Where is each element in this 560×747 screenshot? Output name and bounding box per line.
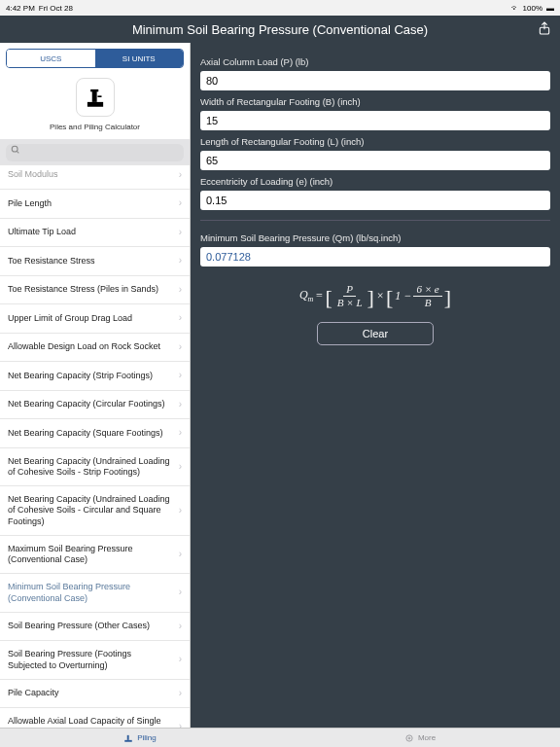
list-item[interactable]: Pile Length› [0,190,190,219]
input-b[interactable] [200,111,550,130]
svg-point-5 [12,146,18,152]
list-item-label: Net Bearing Capacity (Strip Footings) [8,371,153,381]
search-input[interactable] [6,144,184,161]
chevron-right-icon: › [179,621,182,633]
chevron-right-icon: › [179,284,182,297]
chevron-right-icon: › [179,427,182,440]
search-icon [11,145,20,157]
list-item[interactable]: Soil Bearing Pressure (Footings Subjecte… [0,641,190,680]
list-item-label: Pile Capacity [8,688,59,698]
svg-point-9 [406,734,412,740]
list-item[interactable]: Maximum Soil Bearing Pressure (Conventio… [0,536,190,575]
list-item-label: Soil Bearing Pressure (Footings Subjecte… [8,649,171,671]
list-item-label: Toe Resistance Stress [8,256,95,267]
chevron-right-icon: › [179,227,182,239]
list-item[interactable]: Soil Modulus› [0,164,190,191]
output-qm [200,247,550,267]
label-p: Axial Column Load (P) (lb) [200,56,550,67]
list-item[interactable]: Net Bearing Capacity (Undrained Loading … [0,448,190,487]
status-battery: 100% [523,4,542,13]
chevron-right-icon: › [179,549,182,561]
list-item[interactable]: Net Bearing Capacity (Square Footings)› [0,419,190,448]
list-item[interactable]: Pile Capacity› [0,680,190,709]
share-button[interactable] [537,20,552,36]
chevron-right-icon: › [179,461,182,474]
tab-more[interactable]: More [280,729,560,747]
list-item-label: Net Bearing Capacity (Square Footings) [8,428,163,439]
svg-rect-3 [90,89,98,91]
tab-bar: Piling More [0,728,560,747]
clear-button[interactable]: Clear [317,322,434,345]
app-label: Piles and Piling Calculator [50,123,140,131]
list-item[interactable]: Upper Limit of Group Drag Load› [0,304,190,334]
list-item[interactable]: Net Bearing Capacity (Undrained Loading … [0,486,190,536]
chevron-right-icon: › [179,370,182,382]
search-bar [0,139,190,164]
formula-display: Qm = [ PB × L ] × [ 1 − 6 × eB ] [200,284,550,308]
svg-rect-7 [124,739,132,741]
label-e: Eccentricity of Loading (e) (inch) [200,176,550,187]
svg-rect-1 [87,102,102,107]
chevron-right-icon: › [179,721,182,728]
unit-si[interactable]: SI UNITS [95,50,184,67]
chevron-right-icon: › [179,312,182,325]
chevron-right-icon: › [179,399,182,411]
list-item[interactable]: Toe Resistance Stress (Piles in Sands)› [0,276,190,305]
status-date: Fri Oct 28 [39,4,73,13]
nav-bar: Minimum Soil Bearing Pressure (Conventio… [0,16,560,43]
list-item[interactable]: Net Bearing Capacity (Strip Footings)› [0,362,190,391]
svg-rect-8 [127,734,129,739]
sidebar: USCS SI UNITS Piles and Piling Calculato… [0,43,191,728]
list-item-label: Ultimate Tip Load [8,227,76,237]
input-e[interactable] [200,191,550,210]
status-time: 4:42 PM [6,4,35,13]
list-item[interactable]: Allowable Axial Load Capacity of Single … [0,708,190,728]
list-item-label: Net Bearing Capacity (Undrained Loading … [8,494,171,527]
list-item-label: Minimum Soil Bearing Pressure (Conventio… [8,582,171,604]
list-item-label: Maximum Soil Bearing Pressure (Conventio… [8,544,171,566]
chevron-right-icon: › [179,197,182,210]
label-qm: Minimum Soil Bearing Pressure (Qm) (lb/s… [200,232,550,243]
tab-piling[interactable]: Piling [0,729,280,747]
piling-icon [123,733,133,743]
svg-rect-2 [91,91,96,102]
app-icon [76,78,115,117]
chevron-right-icon: › [179,505,182,517]
svg-line-6 [17,151,18,153]
unit-toggle[interactable]: USCS SI UNITS [6,49,184,68]
list-item-label: Allowable Design Load on Rock Socket [8,341,160,352]
unit-uscs[interactable]: USCS [7,50,95,67]
label-b: Width of Rectangular Footing (B) (inch) [200,96,550,107]
wifi-icon: ᯤ [511,4,519,13]
input-l[interactable] [200,151,550,170]
chevron-right-icon: › [179,587,182,599]
list-item-label: Net Bearing Capacity (Circular Footings) [8,399,165,409]
svg-rect-4 [97,95,101,97]
chevron-right-icon: › [179,688,182,700]
calculator-list[interactable]: Soil Modulus›Pile Length›Ultimate Tip Lo… [0,164,190,729]
list-item[interactable]: Ultimate Tip Load› [0,219,190,248]
list-item[interactable]: Minimum Soil Bearing Pressure (Conventio… [0,574,190,613]
list-item-label: Net Bearing Capacity (Undrained Loading … [8,456,171,479]
status-bar: 4:42 PM Fri Oct 28 ᯤ 100% ▬ [0,0,560,16]
chevron-right-icon: › [179,341,182,354]
list-item-label: Soil Bearing Pressure (Other Cases) [8,621,150,631]
list-item[interactable]: Soil Bearing Pressure (Other Cases)› [0,613,190,642]
list-item-label: Upper Limit of Group Drag Load [8,313,132,324]
page-title: Minimum Soil Bearing Pressure (Conventio… [132,22,428,37]
list-item-label: Soil Modulus [8,169,58,180]
main-panel: Axial Column Load (P) (lb) Width of Rect… [191,43,560,728]
battery-icon: ▬ [546,4,554,13]
gear-icon [404,733,414,743]
input-p[interactable] [200,71,550,90]
list-item[interactable]: Net Bearing Capacity (Circular Footings)… [0,391,190,420]
chevron-right-icon: › [179,169,182,182]
list-item[interactable]: Allowable Design Load on Rock Socket› [0,334,190,363]
label-l: Length of Rectangular Footing (L) (inch) [200,136,550,147]
chevron-right-icon: › [179,255,182,267]
list-item[interactable]: Toe Resistance Stress› [0,247,190,276]
list-item-label: Toe Resistance Stress (Piles in Sands) [8,284,158,295]
list-item-label: Pile Length [8,198,52,209]
chevron-right-icon: › [179,654,182,666]
svg-point-10 [408,737,410,739]
